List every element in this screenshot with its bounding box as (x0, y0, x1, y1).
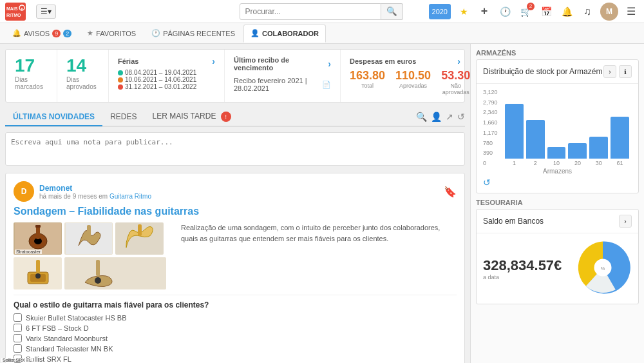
expenses-arrow[interactable]: › (457, 56, 460, 66)
post-text: Realização de uma sondagem, com o intuit… (181, 222, 457, 289)
svg-point-18 (35, 273, 41, 279)
guitar-svg-4 (15, 258, 61, 289)
pie-chart-container: % (574, 239, 632, 299)
bar-label-6: 61 (617, 160, 623, 166)
y-label-7: 3,120 (483, 89, 500, 95)
bar-col-3: 10 (547, 147, 566, 166)
guitar-img-1: Stratocaster (14, 222, 62, 255)
guitar-img-2: 6 FT FSB (64, 222, 113, 255)
bank-expand-btn[interactable]: › (619, 215, 632, 228)
y-label-1: 390 (483, 150, 500, 156)
left-column: 17 Dias marcados 14 Dias aprovados Féria… (0, 44, 470, 363)
tab-ler-mais-tarde[interactable]: LER MAIS TARDE ! (144, 108, 238, 127)
vacation-date-1: 08.04.2021 – 19.04.2021 (125, 69, 196, 76)
guitar-svg-3 (117, 223, 163, 254)
tab-redes[interactable]: REDES (102, 108, 144, 126)
vacation-item-1: 08.04.2021 – 19.04.2021 (118, 69, 215, 76)
tab-ultimas-novidades[interactable]: ÚLTIMAS NOVIDADES (5, 108, 102, 126)
expenses-row: 163.80 Total 110.50 Aprovadas 53.30 Não … (350, 69, 460, 95)
people-icon[interactable]: 👤 (431, 112, 442, 122)
total-label: Total (350, 83, 385, 89)
y-label-5: 2,340 (483, 109, 500, 115)
bar-2 (526, 120, 545, 159)
bank-balance-info: 328,834.57€ a data (483, 257, 562, 280)
search-button[interactable]: 🔍 (381, 3, 403, 20)
pie-center-text: % (601, 266, 605, 271)
poll-option-5: Sollist SRX FL (14, 355, 457, 363)
stock-expand-btn[interactable]: › (603, 65, 616, 78)
bar-3 (547, 147, 566, 159)
svg-rect-13 (138, 224, 142, 236)
poll-option-label-2: 6 FT FSB – Stock D (26, 324, 89, 332)
post-title[interactable]: Sondagem – Fiabilidade nas guitarras (14, 206, 457, 217)
bank-balance-actions: › (619, 215, 632, 228)
svg-rect-20 (96, 260, 100, 276)
vacation-arrow[interactable]: › (212, 56, 215, 66)
calendar-icon[interactable]: 📅 (538, 4, 554, 19)
vacation-dot-1 (118, 70, 123, 75)
add-icon[interactable]: + (477, 4, 492, 19)
year-badge[interactable]: 2020 (429, 4, 451, 19)
cart-icon[interactable]: 🛒2 (518, 4, 533, 19)
paginas-recentes-label: PÁGINAS RECENTES (163, 30, 235, 37)
post-images: Stratocaster 6 FT FSB (14, 222, 175, 289)
note-input[interactable] (5, 132, 465, 166)
avatar[interactable]: M (600, 3, 618, 21)
treasury-section: Saldo em Bancos › 328,834.57€ a data (476, 209, 639, 304)
logo-area: MAIS RITMO (5, 3, 26, 21)
hamburger-menu-icon[interactable]: ☰ (623, 4, 639, 19)
bar-col-4: 20 (568, 143, 587, 166)
poll-checkbox-2[interactable] (14, 324, 22, 332)
subnav-item-colaborador[interactable]: 👤 COLABORADOR (243, 25, 326, 43)
post-content-row: Stratocaster 6 FT FSB (14, 222, 457, 289)
subnav-item-favoritos[interactable]: ★ FAVORITOS (80, 25, 143, 43)
svg-rect-9 (35, 225, 41, 228)
bank-balance-title: Saldo em Bancos (483, 217, 544, 226)
refresh-chart-button[interactable]: ↺ (483, 177, 491, 188)
feed-tab-actions: 🔍 👤 ↗ ↺ (416, 112, 465, 122)
warehouse-x-label: Armazens (483, 168, 632, 175)
poll-checkbox-4[interactable] (14, 344, 22, 353)
poll-option-1: Skuier Bullet Statocaster HS BB (14, 313, 457, 322)
music-icon[interactable]: ♫ (580, 4, 595, 19)
refresh-feed-icon[interactable]: ↺ (457, 112, 465, 122)
svg-point-21 (95, 277, 101, 284)
subnav-item-paginas-recentes[interactable]: 🕐 PÁGINAS RECENTES (144, 25, 242, 43)
stats-row: 17 Dias marcados 14 Dias aprovados Féria… (5, 49, 465, 103)
notification-icon[interactable]: 🔔 (559, 4, 574, 19)
subnav-item-avisos[interactable]: 🔔 AVISOS 9 2 (5, 25, 79, 43)
guitar-svg-5 (66, 258, 166, 289)
guitar-img-4: Telecaster (14, 257, 62, 289)
vacation-dot-3 (118, 84, 123, 90)
avisos-badge2: 2 (63, 30, 71, 37)
warehouses-section-title: ARMAZÉNS (476, 49, 639, 57)
view-toggle-btn[interactable]: ☰▾ (36, 5, 56, 19)
main-layout: 17 Dias marcados 14 Dias aprovados Féria… (0, 44, 644, 363)
file-icon: 📄 (322, 81, 331, 89)
bookmark-icon[interactable]: 🔖 (444, 186, 457, 198)
approved-label: Aprovadas (395, 83, 431, 89)
vacation-box: Férias › 08.04.2021 – 19.04.2021 10.06.2… (109, 50, 225, 102)
bar-label-2: 2 (534, 160, 537, 166)
vacation-dot-2 (118, 77, 123, 83)
stock-info-btn[interactable]: ℹ (619, 65, 632, 78)
svg-text:MAIS: MAIS (6, 6, 18, 11)
poll-checkbox-3[interactable] (14, 334, 22, 342)
clock-small-icon: 🕐 (151, 29, 160, 37)
share-icon[interactable]: ↗ (446, 112, 453, 122)
clock-icon[interactable]: 🕐 (497, 4, 513, 19)
poll-checkbox-1[interactable] (14, 313, 22, 322)
poll-option-label-3: Varix Standard Moonburst (26, 335, 108, 342)
search-feed-icon[interactable]: 🔍 (416, 112, 427, 122)
post-channel[interactable]: Guitarra Ritmo (109, 193, 151, 200)
bar-6 (611, 117, 629, 159)
sub-navigation: 🔔 AVISOS 9 2 ★ FAVORITOS 🕐 PÁGINAS RECEN… (0, 23, 644, 44)
vacation-date-2: 10.06.2021 – 14.06.2021 (125, 76, 196, 83)
avisos-badge: 9 (52, 30, 61, 37)
search-input[interactable] (240, 3, 381, 20)
y-label-0: 0 (483, 160, 500, 166)
expenses-title: Despesas em euros (350, 57, 416, 65)
favorites-icon[interactable]: ★ (456, 4, 471, 19)
pie-area: 328,834.57€ a data (483, 239, 632, 299)
payslip-arrow[interactable]: › (328, 59, 331, 69)
